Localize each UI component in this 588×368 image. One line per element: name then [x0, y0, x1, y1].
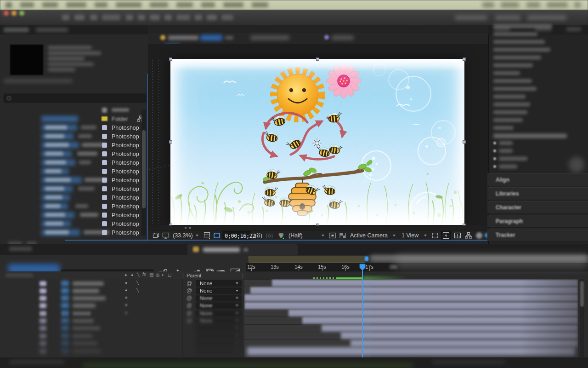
show-snapshot-icon[interactable] — [266, 232, 273, 239]
window-zoom-button[interactable] — [19, 11, 24, 16]
parent-dropdown[interactable]: None — [196, 288, 242, 294]
transparency-grid-icon[interactable] — [339, 232, 346, 239]
layer-tab-label-blurred[interactable] — [250, 35, 289, 40]
monitor-icon[interactable] — [162, 232, 170, 239]
switch-icon[interactable]: ● — [124, 273, 127, 277]
effects-list-row[interactable] — [493, 63, 533, 67]
layer-name-blurred[interactable] — [73, 334, 93, 338]
window-close-button[interactable] — [4, 11, 9, 16]
effect-controls-label-blurred[interactable] — [332, 35, 354, 40]
tool-icon[interactable] — [126, 15, 133, 20]
layer-row[interactable]: @None — [0, 317, 246, 324]
switch-icon[interactable]: ● — [131, 273, 133, 277]
parent-dropdown[interactable]: None — [196, 302, 242, 309]
list-item[interactable]: Photoshop — [0, 211, 148, 219]
list-item[interactable]: Photoshop — [0, 176, 148, 184]
layer-row[interactable] — [0, 347, 246, 355]
list-item[interactable]: Photoshop — [0, 132, 148, 141]
list-item[interactable] — [0, 106, 148, 115]
layer-name-blurred[interactable] — [73, 319, 94, 323]
layer-color-swatch[interactable] — [40, 349, 46, 354]
parent-dropdown[interactable]: None — [196, 317, 242, 324]
menu-status-item[interactable] — [501, 2, 519, 7]
layer-color-swatch[interactable] — [40, 341, 46, 346]
gear-icon[interactable] — [476, 232, 482, 239]
bullet-item[interactable] — [493, 157, 496, 160]
eye-icon[interactable]: ● — [125, 288, 127, 293]
timeline-scrollbar[interactable] — [580, 279, 584, 357]
playhead-marker[interactable] — [359, 264, 366, 271]
channels-icon[interactable] — [277, 232, 285, 239]
playhead-line[interactable] — [362, 270, 363, 357]
menu-item[interactable] — [116, 2, 141, 7]
bullet-item[interactable] — [493, 165, 496, 168]
menu-item[interactable] — [95, 2, 107, 7]
apple-menu-icon[interactable] — [6, 2, 12, 8]
tool-icon[interactable] — [102, 15, 120, 20]
tool-icon[interactable] — [176, 15, 190, 20]
view-layout-select[interactable]: 1 View — [401, 232, 418, 239]
menu-status-item[interactable] — [526, 2, 540, 7]
fast-previews-button[interactable] — [441, 231, 451, 241]
list-item-folder[interactable]: Folder — [0, 115, 148, 123]
align-panel-header[interactable]: Align — [487, 173, 588, 186]
layer-color-swatch[interactable] — [40, 288, 46, 293]
eye-icon[interactable]: ● — [125, 310, 127, 315]
list-item[interactable]: Photoshop — [0, 167, 148, 176]
list-item[interactable]: Photoshop — [0, 141, 148, 150]
comp-tab-name-highlight[interactable] — [200, 35, 222, 40]
region-of-interest-icon[interactable] — [213, 232, 220, 239]
tool-icon[interactable] — [207, 15, 217, 20]
effects-list-row[interactable] — [493, 110, 527, 114]
switch-icon[interactable]: ◐ — [162, 272, 164, 277]
pick-whip-icon[interactable]: @ — [187, 295, 192, 301]
workspace-search[interactable] — [527, 15, 566, 20]
effects-list-row[interactable] — [493, 24, 552, 28]
timeline-button-icon[interactable] — [454, 232, 461, 239]
layer-name-blurred[interactable] — [73, 282, 104, 286]
tool-icon[interactable] — [62, 15, 69, 20]
layer-row[interactable]: ●@None — [0, 294, 246, 302]
comp-scroll-strip[interactable] — [148, 225, 488, 230]
bullet-item[interactable] — [493, 150, 496, 152]
parent-dropdown[interactable]: None — [196, 280, 242, 287]
layer-row[interactable]: ●@None — [0, 310, 246, 317]
solo-icon[interactable]: ╲ — [136, 288, 139, 293]
pick-whip-icon[interactable]: @ — [187, 302, 192, 309]
parent-dropdown[interactable] — [196, 325, 242, 331]
window-minimize-button[interactable] — [11, 11, 17, 16]
view-camera-select[interactable]: Active Camera — [350, 232, 388, 239]
eye-icon[interactable]: ● — [125, 281, 127, 285]
layer-row[interactable]: ●╲@None — [0, 280, 246, 287]
project-search-input[interactable] — [4, 94, 146, 103]
tool-icon[interactable] — [195, 15, 202, 20]
tool-icon[interactable] — [90, 15, 97, 20]
tracker-panel-header[interactable]: Tracker — [487, 229, 588, 242]
effects-list-row[interactable] — [493, 32, 537, 36]
grid-guides-icon[interactable] — [204, 232, 211, 239]
layer-name-blurred[interactable] — [73, 349, 101, 353]
pixel-aspect-correction-icon[interactable] — [431, 232, 439, 239]
menu-item[interactable] — [252, 2, 268, 7]
menu-item[interactable] — [150, 2, 168, 7]
tool-icon[interactable] — [150, 15, 160, 20]
tool-icon[interactable] — [221, 15, 233, 20]
list-item[interactable]: Photoshop — [0, 202, 148, 211]
effects-list-row[interactable] — [493, 87, 537, 91]
switch-icon[interactable]: ◎ — [156, 272, 160, 277]
character-panel-header[interactable]: Character — [487, 201, 588, 214]
layer-name-blurred[interactable] — [73, 304, 96, 308]
comp-flowchart-icon[interactable] — [465, 232, 472, 239]
time-navigator[interactable] — [249, 256, 365, 263]
menu-item[interactable] — [66, 2, 86, 7]
chevron-down-icon[interactable] — [424, 235, 427, 236]
layer-color-swatch[interactable] — [40, 303, 46, 308]
menu-item[interactable] — [20, 2, 34, 7]
navigator-handle[interactable] — [365, 256, 368, 261]
comp-view[interactable] — [170, 59, 464, 225]
parent-dropdown[interactable] — [196, 340, 242, 346]
tool-icon[interactable] — [138, 15, 145, 20]
list-item[interactable]: Photoshop — [0, 219, 148, 228]
paragraph-panel-header[interactable]: Paragraph — [487, 215, 588, 228]
panel-tab[interactable] — [566, 27, 581, 31]
